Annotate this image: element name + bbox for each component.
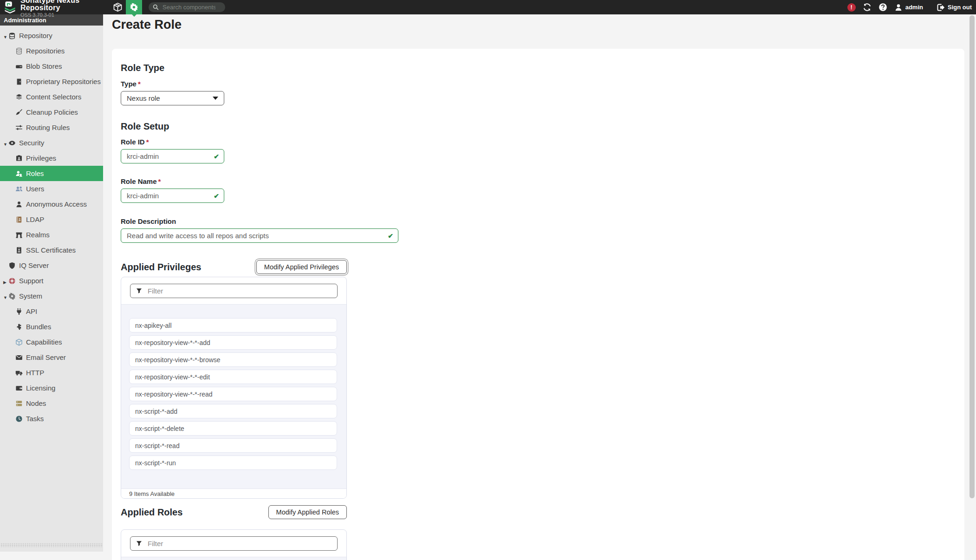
sidebar-splitter[interactable]: [0, 543, 103, 547]
filter-funnel-icon: [136, 540, 142, 547]
sidebar-item-security[interactable]: Security: [0, 135, 103, 150]
modify-applied-privileges-button[interactable]: Modify Applied Privileges: [256, 260, 347, 274]
filter-funnel-icon: [136, 288, 142, 294]
applied-privileges-header-row: Applied Privileges Modify Applied Privil…: [121, 260, 347, 274]
sidebar-item-email-server[interactable]: Email Server: [0, 350, 103, 365]
sidebar-item-label: Privileges: [26, 154, 56, 162]
signout-button[interactable]: Sign out: [937, 3, 972, 12]
cube-icon: [113, 2, 123, 12]
sidebar-item-blob-stores[interactable]: Blob Stores: [0, 59, 103, 74]
valid-check-icon: [214, 153, 219, 160]
applied-roles-list: [121, 529, 347, 560]
sidebar-item-tasks[interactable]: Tasks: [0, 411, 103, 426]
sidebar-item-label: Anonymous Access: [26, 200, 87, 208]
sidebar-item-proprietary-repositories[interactable]: Proprietary Repositories: [0, 74, 103, 89]
sidebar-item-cleanup-policies[interactable]: Cleanup Policies: [0, 104, 103, 120]
sidebar-item-iq-server[interactable]: IQ Server: [0, 258, 103, 273]
privilege-item: nx-script-*-read: [129, 438, 337, 453]
role-id-field-wrap: [121, 149, 224, 163]
gear-icon: [8, 293, 16, 300]
privilege-item: nx-apikey-all: [129, 318, 337, 332]
sidebar-item-label: Bundles: [26, 323, 51, 331]
plug-icon: [15, 308, 23, 315]
collapse-arrow-icon[interactable]: [3, 292, 7, 300]
page-title: Create Role: [112, 18, 182, 32]
sidebar-item-users[interactable]: Users: [0, 181, 103, 196]
sidebar-item-licensing[interactable]: Licensing: [0, 380, 103, 396]
database-icon: [8, 32, 16, 39]
sidebar-item-repositories[interactable]: Repositories: [0, 43, 103, 59]
applied-privileges-list: nx-apikey-allnx-repository-view-*-*-addn…: [121, 277, 347, 499]
sidebar-item-bundles[interactable]: Bundles: [0, 319, 103, 334]
sidebar-item-support[interactable]: Support: [0, 273, 103, 288]
search-icon: [153, 4, 159, 10]
sidebar-item-label: LDAP: [26, 215, 44, 223]
users-group-icon: [15, 185, 23, 193]
sidebar-item-label: Cleanup Policies: [26, 108, 78, 116]
health-alert-icon[interactable]: !: [847, 3, 856, 12]
privilege-item: nx-repository-view-*-*-read: [129, 387, 337, 401]
servers-icon: [15, 400, 23, 407]
admin-mode-button[interactable]: [126, 0, 142, 14]
sidebar-item-label: Repositories: [26, 47, 65, 55]
sidebar-item-repository[interactable]: Repository: [0, 28, 103, 43]
roles-filter-input[interactable]: [142, 540, 337, 547]
sidebar-item-content-selectors[interactable]: Content Selectors: [0, 89, 103, 104]
sidebar-item-label: Realms: [26, 231, 50, 239]
sidebar-item-label: System: [19, 292, 42, 300]
privilege-item: nx-repository-view-*-*-edit: [129, 370, 337, 384]
help-icon[interactable]: [878, 3, 887, 12]
role-type-select[interactable]: Nexus role: [121, 91, 224, 105]
privileges-filter-wrap: [130, 284, 338, 298]
sidebar-item-label: Users: [26, 185, 44, 193]
roles-items-area: [121, 557, 346, 560]
active-mode-caret-icon: [132, 14, 137, 17]
role-setup-heading: Role Setup: [121, 121, 953, 132]
layers-icon: [15, 93, 23, 101]
role-id-input[interactable]: [121, 152, 214, 160]
role-name-input[interactable]: [121, 192, 214, 200]
search-input[interactable]: [162, 3, 216, 11]
role-description-input[interactable]: [121, 232, 388, 240]
sidebar-item-label: Email Server: [26, 353, 66, 361]
sidebar-item-anonymous-access[interactable]: Anonymous Access: [0, 196, 103, 212]
id-badge-icon: [15, 247, 23, 254]
sidebar-item-ssl-certificates[interactable]: SSL Certificates: [0, 242, 103, 258]
sliders-icon: [15, 124, 23, 131]
global-search[interactable]: [149, 2, 225, 12]
browse-mode-button[interactable]: [110, 0, 126, 14]
collapse-arrow-icon[interactable]: [3, 139, 7, 147]
sidebar-item-privileges[interactable]: Privileges: [0, 150, 103, 166]
signout-icon: [937, 3, 945, 12]
expand-arrow-icon[interactable]: [3, 277, 7, 285]
sonatype-logo-icon: [4, 1, 16, 13]
username-label: admin: [905, 4, 923, 11]
top-bar: Sonatype Nexus Repository OSS 3.70.3-01: [0, 0, 976, 14]
sidebar-item-roles[interactable]: Roles: [0, 166, 103, 181]
privilege-item: nx-script-*-delete: [129, 421, 337, 436]
privilege-item: nx-script-*-run: [129, 456, 337, 470]
sidebar-item-capabilities[interactable]: Capabilities: [0, 334, 103, 350]
user-menu[interactable]: admin: [894, 3, 923, 12]
sidebar-item-ldap[interactable]: LDAP: [0, 212, 103, 227]
modify-applied-roles-button[interactable]: Modify Applied Roles: [268, 505, 347, 519]
sidebar-item-routing-rules[interactable]: Routing Rules: [0, 120, 103, 135]
sidebar-item-system[interactable]: System: [0, 288, 103, 304]
app-title: Sonatype Nexus Repository: [20, 0, 109, 12]
sidebar-item-realms[interactable]: Realms: [0, 227, 103, 242]
door-icon: [15, 78, 23, 85]
create-role-form: Role Type Type* Nexus role Role Setup Ro…: [112, 49, 964, 560]
chevron-down-icon: [213, 97, 218, 100]
refresh-icon[interactable]: [863, 3, 872, 12]
sidebar-item-api[interactable]: API: [0, 304, 103, 319]
sidebar-item-label: Blob Stores: [26, 62, 62, 70]
sidebar-item-http[interactable]: HTTP: [0, 365, 103, 380]
role-name-field-wrap: [121, 189, 224, 203]
collapse-arrow-icon[interactable]: [3, 32, 7, 39]
roles-filter-section: [121, 530, 346, 557]
sidebar-item-nodes[interactable]: Nodes: [0, 396, 103, 411]
privileges-filter-input[interactable]: [142, 287, 337, 295]
page-scrollbar[interactable]: [969, 15, 975, 498]
database-outline-icon: [15, 47, 23, 55]
sidebar-item-label: Repository: [19, 32, 52, 39]
